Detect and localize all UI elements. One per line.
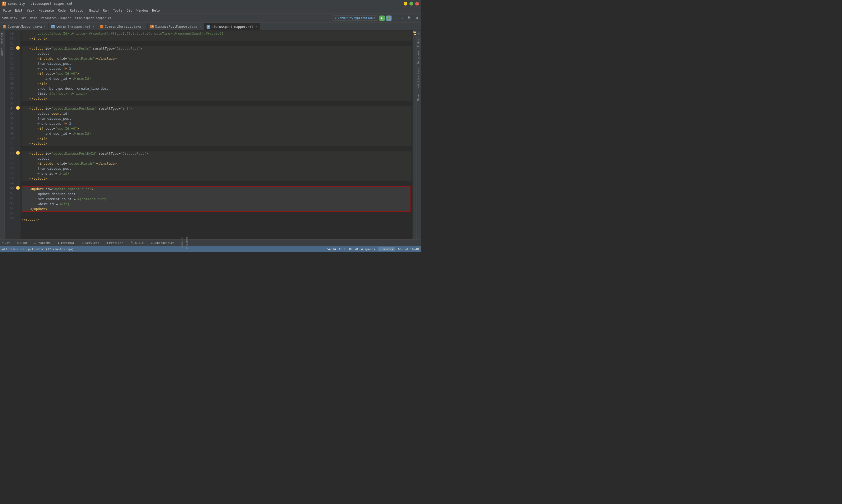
- status-memory[interactable]: 606 of 1024M: [398, 248, 419, 251]
- line-number: 22: [5, 46, 14, 51]
- bookmarks-toggle[interactable]: Bookmarks: [180, 236, 184, 250]
- build-tab[interactable]: 🔨 Build: [128, 240, 146, 246]
- services-tab[interactable]: ☷ Services: [80, 240, 101, 246]
- code-line-55: [22, 212, 412, 217]
- code-line-21: [22, 41, 412, 46]
- java-icon: J: [3, 25, 6, 29]
- maven-panel-icon[interactable]: Maven: [416, 91, 421, 103]
- code-line-19: values(#{userId},#{title},#{content},#{t…: [22, 31, 412, 36]
- menu-tools[interactable]: Tools: [111, 8, 124, 13]
- menu-code[interactable]: Code: [56, 8, 68, 13]
- problems-icon: ⚠: [34, 241, 36, 245]
- search-button[interactable]: 🔍: [406, 16, 413, 20]
- breadcrumb-file[interactable]: discusspost-mapper.xml: [75, 16, 113, 20]
- tab-discusspost-mapper[interactable]: J DiscussPostMapper.java ✕: [148, 23, 204, 30]
- line-number: 37: [5, 121, 14, 126]
- settings-button[interactable]: ⚙: [414, 16, 419, 20]
- breadcrumb-main[interactable]: main: [30, 16, 37, 20]
- dependencies-tab[interactable]: ◈ Dependencies: [149, 240, 177, 246]
- menu-window[interactable]: Window: [135, 8, 150, 13]
- commit-panel-icon[interactable]: Commit: [0, 46, 4, 59]
- forward-button[interactable]: →: [400, 16, 405, 20]
- profiler-tab[interactable]: ◑ Profiler: [105, 240, 125, 246]
- problems-tab[interactable]: ⚠ Problems: [32, 240, 53, 246]
- back-button[interactable]: ←: [393, 16, 398, 20]
- status-charset[interactable]: UTF-8: [349, 248, 358, 251]
- endpoints-panel-icon[interactable]: Endpoints: [416, 31, 421, 49]
- status-indent[interactable]: 4 spaces: [361, 248, 375, 251]
- debug-button[interactable]: 🐛: [386, 16, 392, 21]
- menu-file[interactable]: File: [1, 8, 13, 13]
- tab-close-icon[interactable]: ✕: [44, 25, 46, 28]
- scroll-indicator[interactable]: 29: [413, 31, 416, 239]
- bookmark-marker-22: ⭐: [16, 46, 20, 50]
- tab-label: comment-mapper.xml: [56, 25, 90, 29]
- java-icon: J: [150, 25, 154, 29]
- todo-tab[interactable]: ☑ TODO: [15, 240, 29, 246]
- code-line-43: <select id="selectDiscussPostById" resul…: [22, 151, 412, 156]
- services-icon: ☷: [82, 241, 85, 245]
- breadcrumb-mapper[interactable]: mapper: [60, 16, 71, 20]
- status-crlf[interactable]: CRLF: [339, 248, 346, 251]
- tab-discusspost-mapper-xml[interactable]: X discusspost-mapper.xml ✕: [204, 23, 260, 30]
- breadcrumb-src[interactable]: src: [21, 16, 26, 20]
- line-number: 24: [5, 56, 14, 61]
- bookmark-marker-34: ⭐: [16, 106, 20, 110]
- close-button[interactable]: ✕: [415, 2, 419, 5]
- dependencies-label: Dependencies: [154, 241, 175, 245]
- tab-comment-mapper[interactable]: J CommentMapper.java ✕: [0, 23, 49, 30]
- maximize-button[interactable]: □: [409, 2, 413, 5]
- tab-close-icon[interactable]: ✕: [255, 25, 257, 29]
- tab-close-icon[interactable]: ✕: [199, 25, 201, 28]
- menu-view[interactable]: View: [25, 8, 37, 13]
- menu-run[interactable]: Run: [101, 8, 111, 13]
- line-number: 50: [5, 186, 14, 191]
- project-panel-icon[interactable]: Project: [0, 31, 4, 46]
- menu-build[interactable]: Build: [87, 8, 101, 13]
- line-number: 28: [5, 76, 14, 81]
- code-line-40: </if>: [22, 136, 412, 141]
- menu-navigate[interactable]: Navigate: [37, 8, 56, 13]
- tab-close-icon[interactable]: ✕: [93, 25, 94, 28]
- notifications-panel-icon[interactable]: Notifications: [416, 66, 421, 90]
- run-button[interactable]: ▶: [379, 16, 385, 21]
- code-line-48: </select>: [22, 176, 412, 181]
- line-number: 31: [5, 91, 14, 96]
- tab-close-icon[interactable]: ✕: [143, 25, 145, 28]
- line-number: 53: [5, 201, 14, 206]
- terminal-tab[interactable]: ▶ Terminal: [56, 240, 77, 246]
- git-tab[interactable]: ⑂ Git: [0, 240, 12, 246]
- tab-comment-service[interactable]: J CommentService.java ✕: [97, 23, 148, 30]
- menu-edit[interactable]: Edit: [13, 8, 25, 13]
- titlebar: IJ community - discusspost-mapper.xml − …: [0, 0, 421, 7]
- code-line-54: </update>: [22, 206, 410, 212]
- git-branch-badge[interactable]: ⑂ master: [378, 247, 395, 251]
- code-line-31: limit #{offset}, #{limit}: [22, 91, 412, 96]
- run-configuration[interactable]: ▶ CommunityApplication ▼: [333, 16, 378, 20]
- code-line-23: select: [22, 51, 412, 56]
- line-number: 45: [5, 161, 14, 166]
- tab-comment-mapper-xml[interactable]: X comment-mapper.xml ✕: [49, 23, 97, 30]
- code-line-30: order by type desc, create_time desc: [22, 86, 412, 91]
- todo-label: TODO: [20, 241, 27, 245]
- menu-help[interactable]: Help: [150, 8, 162, 13]
- minimize-button[interactable]: −: [404, 2, 407, 5]
- xml-icon: X: [207, 25, 210, 29]
- breadcrumb-community[interactable]: community: [2, 16, 17, 20]
- database-panel-icon[interactable]: Database: [416, 49, 421, 66]
- menu-git[interactable]: Git: [124, 8, 135, 13]
- line-number: 34: [5, 106, 14, 111]
- menu-refactor[interactable]: Refactor: [68, 8, 87, 13]
- line-number: 56: [5, 216, 14, 221]
- run-config-icon: ▶: [335, 16, 337, 20]
- breadcrumb-resources[interactable]: resources: [41, 16, 57, 20]
- code-editor[interactable]: values(#{userId},#{title},#{content},#{t…: [20, 31, 413, 239]
- line-number: 42: [5, 146, 14, 151]
- profiler-label: Profiler: [109, 241, 123, 245]
- line-number: 25: [5, 61, 14, 66]
- structure-toggle[interactable]: Structure: [184, 236, 189, 250]
- code-line-41: </select>: [22, 141, 412, 146]
- status-line-col[interactable]: 54:14: [327, 248, 336, 251]
- tab-label: discusspost-mapper.xml: [212, 25, 253, 29]
- build-label: Build: [135, 241, 144, 245]
